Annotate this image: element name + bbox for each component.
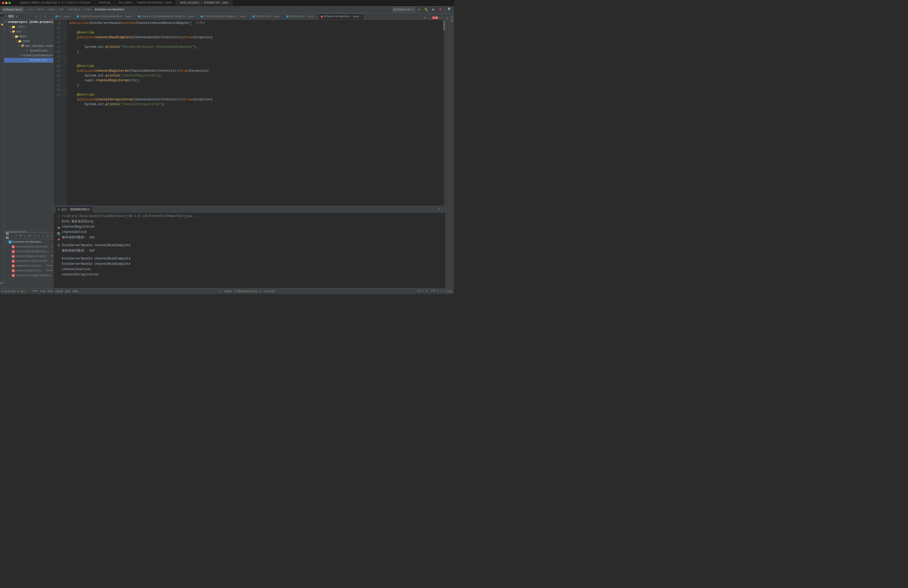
panel-action-minimize[interactable]: — bbox=[48, 14, 52, 18]
struct-action-6[interactable]: Y bbox=[32, 234, 36, 238]
file-tab-close-echoserver[interactable]: × bbox=[315, 15, 316, 18]
struct-action-5[interactable]: ⓪ bbox=[28, 234, 32, 238]
panel-action-sort[interactable]: ↕ bbox=[39, 14, 42, 18]
console-screenshot-icon[interactable]: 📷 bbox=[56, 232, 61, 236]
file-tab-close-channelinbound[interactable]: × bbox=[195, 15, 196, 18]
editor-gutter: ↑ ↑ ↑ bbox=[62, 20, 67, 206]
struct-action-2[interactable]: 1 bbox=[14, 234, 18, 238]
status-analysis[interactable]: 分析器 bbox=[55, 290, 63, 293]
struct-item-class[interactable]: ▾ C EchoServerHandler bbox=[4, 240, 53, 244]
struct-method-2[interactable]: ▸ m channelReadComplete(ChannelHandlerCo… bbox=[4, 249, 53, 254]
file-tab-echoserver[interactable]: EchoServer.java × bbox=[284, 13, 318, 19]
run-tab-config[interactable]: EchoServer × bbox=[70, 208, 90, 211]
file-tab-close-er[interactable]: × bbox=[71, 15, 72, 18]
stop-button[interactable]: ■ bbox=[437, 6, 443, 13]
tree-arrow-java: ▾ bbox=[15, 40, 18, 43]
title-tab-desktop[interactable]: Desktop bbox=[95, 0, 115, 6]
tree-item-package[interactable]: ▾ 📦 net.xdclass.echo bbox=[4, 43, 53, 48]
favorites-tab[interactable]: ⭐ bbox=[0, 22, 4, 27]
tree-item-echoclienthandler[interactable]: ▸ C EchoClientHandler bbox=[4, 53, 53, 58]
method-icon-1: m bbox=[12, 245, 15, 248]
code-content[interactable]: public class EchoServerHandler extends C… bbox=[67, 20, 443, 206]
struct-method-6[interactable]: ▸ m channelInactive(ChannelHandlerContex… bbox=[4, 268, 53, 273]
breadcrumb-net[interactable]: net bbox=[59, 8, 64, 11]
struct-method-3[interactable]: ▸ m channelRegistered(ChannelHandlerCont… bbox=[4, 254, 53, 259]
file-tab-close-channeladapter[interactable]: × bbox=[246, 15, 248, 18]
run-config-selector[interactable]: EchoServer ▼ bbox=[391, 6, 415, 13]
search-everywhere-button[interactable]: 🔍 bbox=[447, 6, 452, 13]
more-tabs-button[interactable]: ≫ bbox=[422, 16, 427, 19]
file-tab-echoclient[interactable]: EchoClient.java × bbox=[250, 13, 284, 19]
status-terminal[interactable]: 终端 bbox=[48, 290, 53, 293]
breadcrumb-java[interactable]: java bbox=[48, 8, 55, 11]
file-tab-er[interactable]: er.java × bbox=[53, 13, 75, 19]
run-settings-icon[interactable]: ⚙ bbox=[438, 208, 440, 211]
tree-item-idea[interactable]: ▸ 📁 .idea bbox=[4, 24, 53, 29]
console-stop-icon[interactable]: ⏹ bbox=[56, 226, 61, 230]
panel-action-settings[interactable]: ⚙ bbox=[43, 14, 47, 18]
file-tab-channeladapter[interactable]: ChannelHandlerAdapter.java × bbox=[199, 13, 250, 19]
struct-action-7[interactable]: ● bbox=[37, 234, 40, 238]
struct-action-8[interactable]: ↗ bbox=[42, 234, 45, 238]
struct-method-7[interactable]: ▸ m exceptionCaught(ChannelHandlerContex… bbox=[4, 273, 53, 278]
tree-item-main[interactable]: ▾ 📂 main bbox=[4, 34, 53, 39]
file-tab-echoserverhandler[interactable]: EchoServerHandler.java × bbox=[319, 13, 364, 19]
project-selector[interactable]: echoproject bbox=[2, 6, 24, 13]
breadcrumb-handler[interactable]: EchoServerHandler bbox=[95, 8, 125, 11]
breadcrumb-echo[interactable]: echo bbox=[84, 8, 91, 11]
breadcrumb-main[interactable]: main bbox=[37, 8, 44, 11]
tree-label-echoserver: EchoServer bbox=[30, 59, 48, 62]
tree-item-src[interactable]: ▾ 📂 src bbox=[4, 29, 53, 34]
run-with-coverage-button[interactable]: ▶ bbox=[430, 6, 436, 13]
status-bar: ⑆ 版本控制 ▶ 运行 | TODO 问题 终端 分析器 服务 构建 // 构建… bbox=[0, 288, 454, 294]
struct-action-4[interactable]: c bbox=[23, 234, 27, 238]
breadcrumb-src[interactable]: src bbox=[28, 8, 33, 11]
status-problems[interactable]: 问题 bbox=[40, 290, 45, 293]
status-services[interactable]: 服务 bbox=[65, 290, 70, 293]
tree-item-echoproject[interactable]: ▾ P echoproject [echo-project] ~/Desktop… bbox=[4, 20, 53, 24]
console-rerun-icon[interactable]: ↑ bbox=[56, 220, 61, 224]
file-tab-close-echoclient[interactable]: × bbox=[281, 15, 282, 18]
tree-item-java[interactable]: ▾ 📂 java bbox=[4, 39, 53, 43]
breadcrumb-xdclass[interactable]: xdclass bbox=[68, 8, 80, 11]
code-editor[interactable]: 8 20 21 22 23 24 25 26 27 28 29 30 31 32… bbox=[53, 20, 446, 206]
structure-tab[interactable]: 结构 bbox=[0, 285, 4, 287]
title-tab-echo[interactable]: echo-project – EchoServer.java bbox=[176, 0, 233, 6]
run-minimize-icon[interactable]: — bbox=[441, 208, 443, 211]
status-todo[interactable]: TODO bbox=[32, 290, 38, 293]
horizontal-scrollbar[interactable] bbox=[4, 231, 53, 232]
tree-item-echoserver[interactable]: ▸ C EchoServer bbox=[4, 58, 53, 63]
struct-method-1[interactable]: ▸ m channelRead(ChannelHandlerContext, O… bbox=[4, 244, 53, 249]
console-restart-icon[interactable]: ↺ bbox=[56, 214, 61, 218]
ai-assistant-panel[interactable]: AI 助手 bbox=[446, 13, 450, 288]
struct-action-3[interactable]: f bbox=[19, 234, 23, 238]
console-line-empty1 bbox=[62, 240, 443, 243]
title-tab-dubbo[interactable]: apache-dubbo-incubating-2.6.4-source-rel… bbox=[16, 0, 95, 6]
struct-method-4[interactable]: ▸ m channelUnregistered(ChannelHandlerCo… bbox=[4, 259, 53, 263]
struct-action-9[interactable]: ⇄ bbox=[46, 234, 50, 238]
file-tab-channelinbound[interactable]: ChannelInboundHandlerAdapter.java × bbox=[136, 13, 199, 19]
title-tab-bio[interactable]: bio-demo – TimeServerHandler.java bbox=[115, 0, 176, 6]
vertical-scrollbar[interactable] bbox=[443, 20, 446, 206]
file-tab-close-simple[interactable]: × bbox=[132, 15, 133, 18]
status-run[interactable]: ▶ 运行 bbox=[18, 289, 26, 293]
file-tab-close-echoserverhandler[interactable]: × bbox=[360, 15, 361, 18]
struct-method-6-label: channelInactive(ChannelHandlerContext): … bbox=[16, 269, 43, 272]
console-clear-icon[interactable]: 🗑 bbox=[56, 243, 61, 248]
run-bottom-actions: ⚙ — bbox=[438, 208, 446, 211]
code-line-32: } bbox=[69, 83, 441, 88]
console-stop2-icon[interactable]: ⏹ bbox=[56, 237, 61, 242]
file-tab-simple[interactable]: SimpleChannelInboundHandler.java × bbox=[75, 13, 136, 19]
tree-item-echoclient[interactable]: ▸ C EchoClient bbox=[4, 48, 53, 53]
tree-arrow: ▾ bbox=[4, 21, 6, 24]
panel-action-sync[interactable]: ⇄ bbox=[34, 14, 38, 18]
project-tab[interactable]: 项目 bbox=[0, 14, 4, 16]
struct-action-1[interactable]: ↕ bbox=[10, 234, 13, 238]
status-vcs[interactable]: ⑆ 版本控制 bbox=[2, 290, 15, 293]
run-tab[interactable]: ▶ 运行: EchoServer × bbox=[55, 206, 93, 213]
debug-button[interactable]: 🐛 bbox=[423, 6, 429, 13]
run-button[interactable]: ▶ bbox=[417, 6, 422, 13]
maven-panel[interactable]: Maven bbox=[450, 13, 454, 288]
struct-method-5[interactable]: ▸ m channelActive(ChannelHandlerContext)… bbox=[4, 263, 53, 268]
status-build[interactable]: 构建 bbox=[72, 290, 78, 293]
